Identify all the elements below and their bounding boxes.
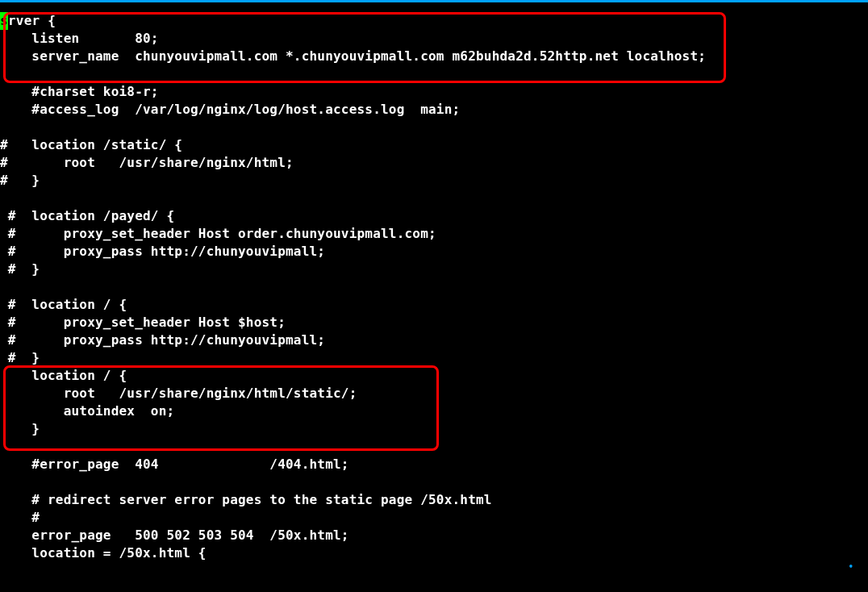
code-line-13: # proxy_set_header Host order.chunyouvip… — [0, 225, 868, 243]
code-line-6: #access_log /var/log/nginx/log/host.acce… — [0, 101, 868, 119]
code-line-5: #charset koi8-r; — [0, 83, 868, 101]
code-line-29: # — [0, 509, 868, 527]
code-line-30: error_page 500 502 503 504 /50x.html; — [0, 527, 868, 544]
code-line-31: location = /50x.html { — [0, 544, 868, 562]
code-line-3: server_name chunyouvipmall.com *.chunyou… — [0, 48, 868, 65]
code-line-17: # location / { — [0, 296, 868, 314]
code-line-22: root /usr/share/nginx/html/static/; — [0, 385, 868, 402]
code-line-21: location / { — [0, 367, 868, 385]
code-line-15: # } — [0, 261, 868, 278]
code-line-11 — [0, 190, 868, 207]
code-line-25 — [0, 438, 868, 456]
code-line-19: # proxy_pass http://chunyouvipmall; — [0, 331, 868, 349]
code-line-7 — [0, 119, 868, 136]
terminal-editor[interactable]: srver { listen 80; server_name chunyouvi… — [0, 2, 868, 592]
code-line-2: listen 80; — [0, 30, 868, 48]
code-line-27 — [0, 473, 868, 491]
code-line-12: # location /payed/ { — [0, 207, 868, 225]
code-text: rver { — [8, 13, 56, 28]
code-line-23: autoindex on; — [0, 402, 868, 420]
code-line-20: # } — [0, 349, 868, 367]
code-line-26: #error_page 404 /404.html; — [0, 456, 868, 473]
code-line-8: # location /static/ { — [0, 136, 868, 154]
code-line-14: # proxy_pass http://chunyouvipmall; — [0, 243, 868, 261]
collapse-marker-icon: • — [849, 558, 853, 576]
code-line-28: # redirect server error pages to the sta… — [0, 491, 868, 509]
code-line-24: } — [0, 420, 868, 438]
code-line-4 — [0, 65, 868, 83]
code-line-16 — [0, 278, 868, 296]
code-line-9: # root /usr/share/nginx/html; — [0, 154, 868, 172]
text-cursor: s — [0, 12, 8, 30]
code-line-10: # } — [0, 172, 868, 190]
code-line-1: srver { — [0, 12, 868, 30]
code-line-18: # proxy_set_header Host $host; — [0, 314, 868, 331]
